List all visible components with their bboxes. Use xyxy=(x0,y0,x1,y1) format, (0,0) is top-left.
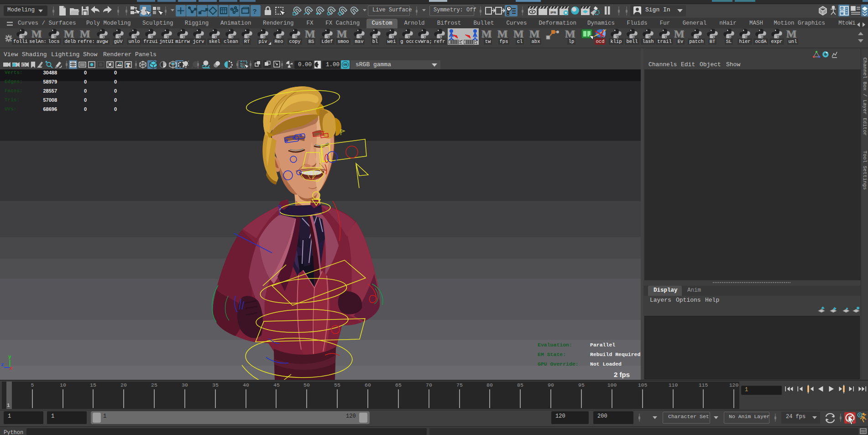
svg-text:T: T xyxy=(126,62,130,68)
svg-text:?: ? xyxy=(252,7,256,15)
svg-text:IPR: IPR xyxy=(550,10,556,15)
